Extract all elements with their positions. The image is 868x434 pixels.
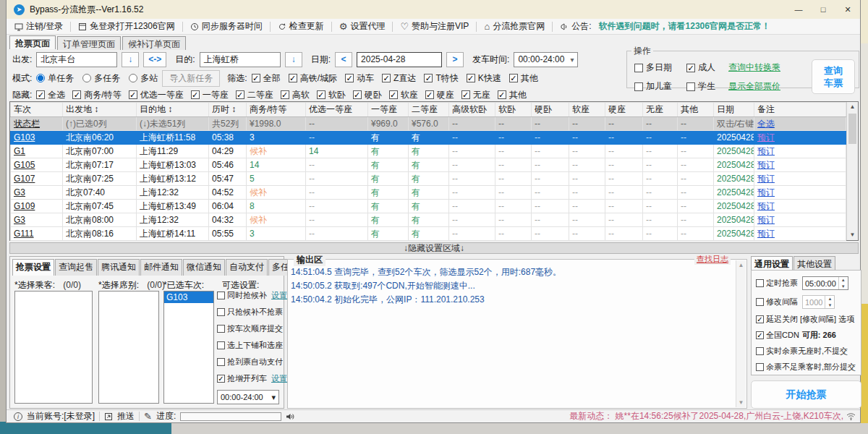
spin-down-icon[interactable]: ▼ xyxy=(825,302,834,309)
scroll-up-icon[interactable]: ▲ xyxy=(847,102,858,112)
hide-checkbox-1[interactable]: ✓商务/特等 xyxy=(72,89,121,101)
column-header-16[interactable]: 备注 xyxy=(754,103,846,117)
column-header-15[interactable]: 日期 xyxy=(714,103,754,117)
spinbox-arrows[interactable]: ▲▼ xyxy=(838,277,848,289)
depart-time-select[interactable]: 00:00-24:00 ▾ xyxy=(514,52,578,67)
hide-checkbox-11[interactable]: ✓其他 xyxy=(498,89,527,101)
push-label[interactable]: 推送 xyxy=(117,410,135,422)
settings-tab-2[interactable]: 腾讯通知 xyxy=(98,259,140,276)
filter-checkbox-3[interactable]: ✓Z直达 xyxy=(382,72,416,85)
spin-down-icon[interactable]: ▼ xyxy=(839,284,848,290)
train-number-link[interactable]: G111 xyxy=(14,229,34,239)
hide-checkbox-4[interactable]: ✓二等座 xyxy=(236,89,273,101)
option-checkbox-3[interactable]: 选上下铺和选座 xyxy=(217,340,283,351)
filter-checkbox-0[interactable]: ✓全部 xyxy=(252,72,281,85)
column-header-14[interactable]: 其他 xyxy=(678,103,714,117)
start-grabbing-button[interactable]: 开始抢票 xyxy=(751,380,861,409)
column-header-4[interactable]: 商务/特等 xyxy=(247,103,306,117)
close-button[interactable]: ✕ xyxy=(835,0,860,19)
toolbar-button-1[interactable]: 免登录打开12306官网 xyxy=(76,20,176,33)
filter-checkbox-6[interactable]: ✓其他 xyxy=(509,72,538,85)
toolbar-button-0[interactable]: 注销/登录 xyxy=(12,20,65,33)
column-header-1[interactable]: 出发地 ↕ xyxy=(63,103,137,117)
book-link[interactable]: 预订 xyxy=(757,146,775,156)
book-link[interactable]: 预订 xyxy=(757,132,775,142)
mode-radio-2[interactable]: 多站 xyxy=(129,72,158,85)
book-link[interactable]: 预订 xyxy=(757,174,775,184)
general-checkbox-3[interactable]: ✓全国CDN xyxy=(756,330,799,341)
selected-train-listbox[interactable]: G103 xyxy=(163,291,214,404)
column-header-5[interactable]: 优选一等座 xyxy=(306,103,368,117)
to-dropdown-button[interactable]: ↓ xyxy=(285,52,302,67)
page-tab-0[interactable]: 抢票页面 xyxy=(9,35,56,49)
book-link[interactable]: 预订 xyxy=(757,229,775,239)
option-checkbox-0[interactable]: 同时抢候补设置 xyxy=(217,290,287,301)
toolbar-button-6[interactable]: ⌂分流抢票官网 xyxy=(482,20,547,33)
scroll-down-icon[interactable]: ▼ xyxy=(847,230,858,240)
column-header-10[interactable]: 硬卧 xyxy=(532,103,569,117)
train-number-link[interactable]: G103 xyxy=(14,132,35,142)
table-row[interactable]: G1北京南07:00上海11:2904:29候补14有有------------… xyxy=(11,145,846,158)
speaker-icon[interactable] xyxy=(286,412,295,421)
column-header-3[interactable]: 历时 ↕ xyxy=(209,103,247,117)
filter-checkbox-4[interactable]: ✓T特快 xyxy=(424,72,458,85)
selected-train-item[interactable]: G103 xyxy=(164,292,213,303)
option-checkbox-2[interactable]: 按车次顺序提交 xyxy=(217,323,283,334)
general-checkbox-5[interactable]: 余票不足乘客时,部分提交 xyxy=(756,362,856,373)
toolbar-button-3[interactable]: 检查更新 xyxy=(276,20,326,33)
settings-tab-4[interactable]: 微信通知 xyxy=(183,259,225,276)
settings-link[interactable]: 设置 xyxy=(271,290,287,301)
page-tab-2[interactable]: 候补订单页面 xyxy=(122,36,186,50)
spinbox-arrows[interactable]: ▲▼ xyxy=(825,296,834,308)
hide-checkbox-3[interactable]: ✓一等座 xyxy=(191,89,229,101)
train-number-link[interactable]: G3 xyxy=(14,187,25,197)
settings-tab-5[interactable]: 自动支付 xyxy=(226,259,268,276)
maximize-button[interactable]: □ xyxy=(811,0,835,19)
table-row[interactable]: G111北京南08:16上海虹桥14:1105:553--有有---------… xyxy=(11,227,846,241)
option-checkbox-5[interactable]: ✓抢增开列车设置 xyxy=(217,373,287,384)
query-tickets-button[interactable]: 查询车票 xyxy=(812,59,855,94)
spin-up-icon[interactable]: ▲ xyxy=(825,296,834,302)
general-checkbox-0[interactable]: 定时抢票 xyxy=(756,278,798,289)
hide-checkbox-9[interactable]: ✓硬座 xyxy=(425,89,454,101)
scroll-up-icon[interactable]: ▲ xyxy=(736,262,746,268)
table-row[interactable]: G3北京07:40上海12:3204:52候补--有有-------------… xyxy=(11,186,846,200)
hide-checkbox-5[interactable]: ✓高软 xyxy=(281,89,310,101)
settings-link[interactable]: 设置 xyxy=(271,373,287,384)
spin-up-icon[interactable]: ▲ xyxy=(839,277,848,284)
hide-settings-divider[interactable]: ↓隐藏设置区域↓ xyxy=(9,242,859,254)
show-all-prices-link[interactable]: 显示全部票价 xyxy=(728,80,780,93)
settings-tab-1[interactable]: 查询起售 xyxy=(55,259,97,276)
swap-stations-button[interactable]: <-> xyxy=(143,52,166,67)
column-header-9[interactable]: 软卧 xyxy=(495,103,532,117)
grab-time-select[interactable]: 00:00-24:00▾ xyxy=(217,390,279,404)
book-link[interactable]: 预订 xyxy=(757,201,775,211)
import-task-button[interactable]: 导入新任务 xyxy=(162,70,220,87)
column-header-2[interactable]: 目的地 ↕ xyxy=(137,103,209,117)
train-number-link[interactable]: G109 xyxy=(14,201,35,211)
spinbox[interactable]: 1000▲▼ xyxy=(802,295,835,309)
column-header-12[interactable]: 硬座 xyxy=(605,103,643,117)
general-checkbox-1[interactable]: 修改间隔 xyxy=(756,297,798,307)
option-checkbox-1[interactable]: 只抢候补不抢票 xyxy=(217,307,283,318)
filter-checkbox-1[interactable]: ✓高铁/城际 xyxy=(289,72,337,85)
book-link[interactable]: 预订 xyxy=(757,160,775,170)
hide-checkbox-6[interactable]: ✓软卧 xyxy=(317,89,346,101)
toolbar-button-5[interactable]: ♡赞助与注册VIP xyxy=(398,20,471,33)
column-header-6[interactable]: 一等座 xyxy=(368,103,409,117)
settings-tab-3[interactable]: 邮件通知 xyxy=(140,259,182,276)
table-row[interactable]: G103北京南06:20上海虹桥11:5805:383--有有---------… xyxy=(11,131,846,145)
train-number-link[interactable]: G1 xyxy=(14,146,25,156)
filter-checkbox-2[interactable]: ✓动车 xyxy=(345,72,374,85)
hide-checkbox-7[interactable]: ✓硬卧 xyxy=(353,89,382,101)
from-input[interactable]: 北京丰台 xyxy=(36,52,117,67)
passenger-listbox[interactable] xyxy=(14,291,93,404)
train-number-link[interactable]: G107 xyxy=(14,174,35,184)
scroll-down-icon[interactable]: ▼ xyxy=(736,399,746,406)
book-link[interactable]: 预订 xyxy=(757,215,775,225)
scrollbar-thumb[interactable] xyxy=(848,114,856,144)
spinbox[interactable]: 05:00:00▲▼ xyxy=(802,276,848,290)
table-row[interactable]: G107北京南07:25上海虹桥13:1205:475--有有---------… xyxy=(11,172,846,186)
date-prev-button[interactable]: < xyxy=(335,52,352,67)
find-log-link[interactable]: 查找日志 xyxy=(694,254,731,265)
